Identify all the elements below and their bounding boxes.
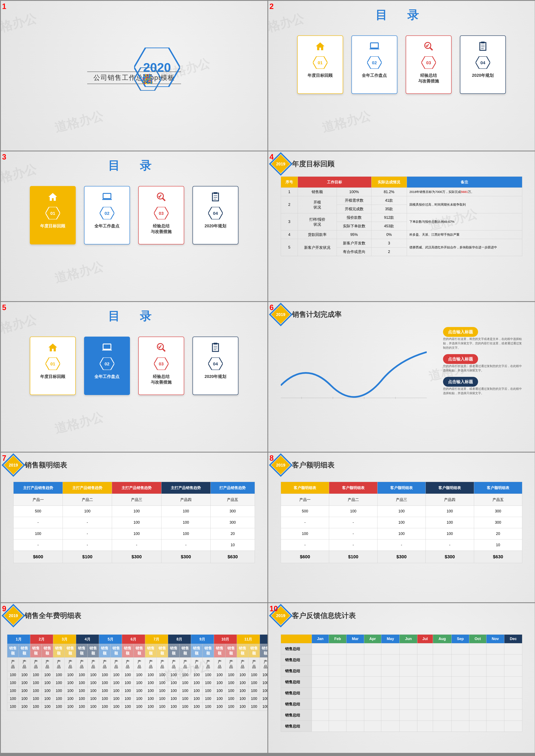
slide-title: 年度目标回顾: [292, 159, 335, 169]
goal-review-table: 序号工作目标实际达成情况备注1销售额100%81.2%2018年销售目标为700…: [281, 177, 522, 256]
slide-number: 1: [2, 2, 6, 11]
slide-1: 1 道格办公 道格办公 道格办公 2020 工作总结 公司销售工作总结ppt模板: [1, 1, 268, 151]
slide-3: 3 道格办公 道格办公 目 录 01 年度目标回顾 02 全年工作盘点 03 经…: [1, 152, 268, 301]
toc-card-01[interactable]: 01 年度目标回顾: [30, 186, 76, 244]
toc-card-03[interactable]: 03 经验总结 与改善措施: [138, 186, 184, 244]
toc-card-04[interactable]: 04 2020年规划: [460, 36, 506, 94]
pill-button[interactable]: 点击输入标题: [443, 354, 478, 364]
toc-card-04[interactable]: 04 2020年规划: [192, 186, 239, 244]
annual-expense-table: 1月2月3月4月5月6月7月8月9月10月11月12月销售额销售额销售额销售额销…: [7, 634, 268, 711]
svg-text:02: 02: [104, 211, 109, 216]
svg-rect-8: [370, 48, 379, 49]
svg-line-29: [162, 198, 165, 201]
sales-detail-table: 主打产品销售趋势主打产品销售趋势主打产品销售趋势主打产品销售趋势打产品销售趋势产…: [14, 482, 255, 563]
svg-rect-33: [214, 192, 217, 194]
svg-rect-50: [214, 343, 217, 344]
slide-6: 6 道格办公 2019 销售计划完成率 点击输入标题您的内容打在这里，将您的文字…: [268, 302, 535, 452]
toc-card-01[interactable]: 01 年度目标回顾: [297, 36, 343, 94]
svg-rect-15: [480, 42, 486, 50]
svg-rect-49: [212, 344, 218, 351]
svg-text:01: 01: [318, 60, 323, 65]
feedback-stat-table: JanFebMarAprMayJunJulAugSepOctNovDec销售总结…: [281, 634, 522, 732]
svg-rect-32: [212, 193, 218, 201]
toc-card-03[interactable]: 03 经验总结 与改善措施: [138, 337, 184, 395]
svg-rect-24: [103, 193, 111, 199]
svg-text:03: 03: [159, 211, 163, 216]
toc-title: 目 录: [268, 7, 535, 23]
toc-card-02[interactable]: 02 全年工作盘点: [84, 186, 130, 244]
svg-text:04: 04: [213, 361, 218, 366]
pill-button[interactable]: 点击输入标题: [443, 327, 478, 337]
svg-text:02: 02: [372, 60, 377, 65]
svg-rect-25: [102, 199, 112, 200]
customer-detail-table: 客户额明细表客户额明细表客户额明细表客户额明细表客户额明细表产品一产品二产品三产…: [281, 482, 522, 563]
wave-chart: [281, 344, 427, 406]
slide-10: 10 道格办公 2019 客户反馈信息统计表 JanFebMarAprMayJu…: [268, 603, 535, 753]
svg-text:04: 04: [213, 211, 218, 216]
svg-rect-41: [103, 344, 111, 349]
toc-card-03[interactable]: 03 经验总结 与改善措施: [406, 36, 452, 94]
svg-line-12: [430, 47, 433, 50]
slide-4: 4 道格办公 2019 年度目标回顾 序号工作目标实际达成情况备注1销售额100…: [268, 152, 535, 301]
slide-9: 9 道格办公 2019 销售全年费明细表 1月2月3月4月5月6月7月8月9月1…: [1, 603, 268, 753]
slide-2: 2 道格办公 道格办公 目 录 01 年度目标回顾 02 全年工作盘点 03 经…: [268, 1, 535, 151]
toc-card-02[interactable]: 02 全年工作盘点: [84, 337, 130, 395]
svg-text:03: 03: [159, 361, 163, 366]
toc-card-02[interactable]: 02 全年工作盘点: [352, 36, 397, 94]
svg-rect-42: [102, 350, 112, 350]
svg-text:01: 01: [50, 361, 55, 366]
svg-text:02: 02: [104, 361, 109, 366]
svg-rect-16: [481, 42, 485, 43]
svg-text:03: 03: [426, 60, 431, 65]
svg-text:01: 01: [50, 211, 55, 216]
pill-button[interactable]: 点击输入标题: [443, 377, 478, 387]
svg-line-46: [162, 349, 165, 351]
svg-rect-7: [370, 43, 379, 48]
toc-card-01[interactable]: 01 年度目标回顾: [30, 337, 76, 395]
svg-text:04: 04: [480, 60, 485, 65]
slide-8: 8 道格办公 2019 客户额明细表 客户额明细表客户额明细表客户额明细表客户额…: [268, 453, 535, 602]
toc-card-04[interactable]: 04 2020年规划: [192, 337, 239, 395]
slide-7: 7 道格办公 2019 销售额明细表 主打产品销售趋势主打产品销售趋势主打产品销…: [1, 453, 268, 602]
slide-grid: 1 道格办公 道格办公 道格办公 2020 工作总结 公司销售工作总结ppt模板…: [0, 0, 535, 754]
year-diamond: 2019: [272, 155, 289, 172]
slide-5: 5 道格办公 道格办公 目 录 01 年度目标回顾 02 全年工作盘点 03 经…: [1, 302, 268, 452]
